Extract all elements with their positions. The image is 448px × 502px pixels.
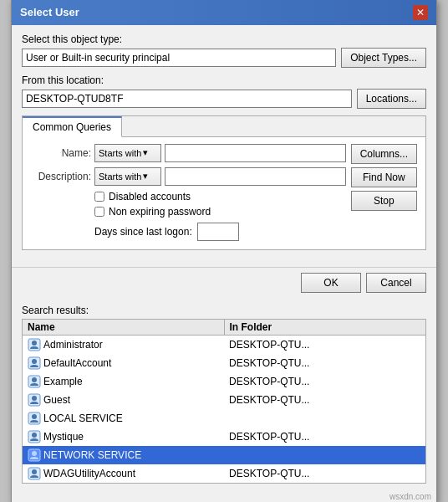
tab-header: Common Queries (23, 116, 425, 137)
find-now-button[interactable]: Find Now (351, 167, 417, 187)
name-condition-chevron: ▾ (143, 147, 148, 158)
row-name: Example (43, 376, 83, 387)
folder-cell: DESKTOP-QTU... (224, 392, 425, 407)
location-label: From this location: (22, 74, 426, 86)
user-icon (28, 412, 41, 425)
cancel-button[interactable]: Cancel (366, 273, 426, 293)
disabled-accounts-label: Disabled accounts (109, 191, 191, 202)
row-name: DefaultAccount (43, 357, 111, 369)
header-name: Name (23, 320, 225, 335)
user-icon (28, 448, 41, 462)
tab-inner: Name: Starts with ▾ Description: Starts … (31, 144, 417, 241)
table-row[interactable]: DefaultAccountDESKTOP-QTU... (23, 354, 425, 372)
results-body: AdministratorDESKTOP-QTU... DefaultAccou… (23, 336, 425, 483)
table-row[interactable]: NETWORK SERVICE (23, 446, 425, 464)
name-cell: LOCAL SERVICE (23, 410, 224, 427)
row-name: Administrator (43, 339, 103, 351)
object-type-row: Object Types... (22, 48, 426, 68)
folder-cell: DESKTOP-QTU... (224, 466, 425, 481)
common-queries-tab-container: Common Queries Name: Starts with ▾ (22, 115, 426, 250)
folder-cell (224, 417, 425, 420)
name-cell: NETWORK SERVICE (23, 447, 224, 464)
days-row: Days since last logon: (94, 223, 346, 241)
header-folder: In Folder (225, 320, 426, 335)
close-button[interactable]: ✕ (413, 5, 428, 20)
svg-point-9 (32, 414, 37, 419)
watermark-label: wsxdn.com (12, 490, 436, 503)
object-types-button[interactable]: Object Types... (341, 48, 426, 68)
tab-form: Name: Starts with ▾ Description: Starts … (31, 144, 346, 241)
desc-query-row: Description: Starts with ▾ (31, 167, 346, 186)
user-icon (28, 356, 41, 370)
svg-point-3 (32, 359, 37, 364)
results-header: Name In Folder (23, 320, 425, 336)
name-condition-value: Starts with (99, 148, 141, 158)
folder-cell: DESKTOP-QTU... (224, 337, 425, 352)
table-row[interactable]: ExampleDESKTOP-QTU... (23, 372, 425, 391)
folder-cell (224, 453, 425, 457)
user-icon (28, 375, 41, 388)
days-label: Days since last logon: (94, 226, 192, 238)
table-row[interactable]: LOCAL SERVICE (23, 409, 425, 428)
user-icon (28, 430, 41, 443)
object-type-input[interactable] (22, 49, 336, 67)
name-query-input[interactable] (165, 144, 346, 162)
locations-button[interactable]: Locations... (357, 89, 426, 109)
svg-point-5 (32, 377, 37, 382)
folder-cell: DESKTOP-QTU... (224, 374, 425, 389)
non-expiring-checkbox[interactable] (94, 207, 104, 217)
svg-point-15 (32, 469, 37, 474)
disabled-accounts-row: Disabled accounts (94, 191, 346, 202)
table-row[interactable]: GuestDESKTOP-QTU... (23, 391, 425, 409)
name-cell: Example (23, 373, 224, 390)
name-cell: DefaultAccount (23, 355, 224, 371)
dialog-footer: OK Cancel (12, 267, 436, 300)
name-condition-select[interactable]: Starts with ▾ (94, 144, 161, 162)
row-name: WDAGUtilityAccount (43, 468, 135, 479)
desc-query-input[interactable] (165, 167, 346, 186)
row-name: NETWORK SERVICE (43, 449, 141, 461)
name-cell: WDAGUtilityAccount (23, 465, 224, 482)
table-row[interactable]: WDAGUtilityAccountDESKTOP-QTU... (23, 464, 425, 483)
name-query-row: Name: Starts with ▾ (31, 144, 346, 162)
query-buttons: Columns... Find Now Stop (351, 144, 417, 241)
non-expiring-row: Non expiring password (94, 206, 346, 218)
dialog-body: Select this object type: Object Types...… (12, 25, 436, 267)
folder-cell: DESKTOP-QTU... (224, 356, 425, 371)
stop-button[interactable]: Stop (351, 191, 417, 211)
svg-point-11 (32, 433, 37, 438)
ok-button[interactable]: OK (301, 273, 361, 293)
location-input[interactable] (22, 90, 352, 108)
user-icon (28, 467, 41, 480)
desc-condition-select[interactable]: Starts with ▾ (94, 167, 161, 186)
name-cell: Mystique (23, 428, 224, 445)
name-cell: Administrator (23, 336, 224, 353)
select-user-dialog: Select User ✕ Select this object type: O… (11, 0, 437, 502)
tab-content: Name: Starts with ▾ Description: Starts … (23, 137, 425, 249)
disabled-accounts-checkbox[interactable] (94, 192, 104, 202)
dialog-title: Select User (20, 6, 79, 18)
folder-cell: DESKTOP-QTU... (224, 429, 425, 444)
columns-button[interactable]: Columns... (351, 144, 417, 164)
svg-point-7 (32, 396, 37, 401)
svg-point-1 (32, 341, 37, 346)
name-cell: Guest (23, 392, 224, 408)
user-icon (28, 393, 41, 407)
desc-condition-chevron: ▾ (143, 171, 148, 182)
name-query-label: Name: (31, 147, 91, 159)
tab-common-queries[interactable]: Common Queries (23, 116, 122, 137)
location-row: Locations... (22, 89, 426, 109)
title-bar: Select User ✕ (12, 0, 436, 25)
desc-query-label: Description: (31, 171, 91, 182)
user-icon (28, 338, 41, 351)
results-table: Name In Folder AdministratorDESKTOP-QTU.… (22, 319, 426, 484)
table-row[interactable]: AdministratorDESKTOP-QTU... (23, 336, 425, 354)
table-row[interactable]: MystiqueDESKTOP-QTU... (23, 428, 425, 446)
row-name: Mystique (43, 431, 84, 443)
search-results-label: Search results: (22, 305, 426, 316)
svg-point-13 (32, 451, 37, 456)
days-input[interactable] (197, 223, 239, 241)
row-name: LOCAL SERVICE (43, 412, 123, 424)
object-type-label: Select this object type: (22, 33, 426, 45)
non-expiring-label: Non expiring password (109, 206, 211, 218)
